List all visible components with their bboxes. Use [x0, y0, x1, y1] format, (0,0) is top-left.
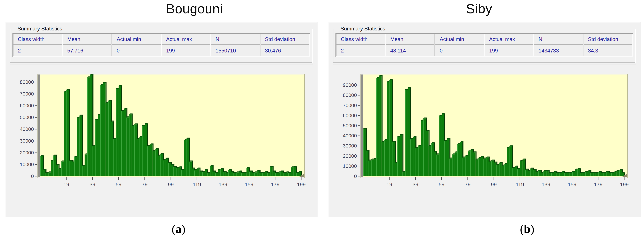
- x-tick-label: 79: [465, 182, 470, 188]
- summary-statistics-table: Class width Mean Actual min Actual max N…: [12, 33, 310, 57]
- histogram-bar: [400, 134, 404, 176]
- x-tick-label: 19: [64, 182, 69, 188]
- summary-statistics-groupbox: Summary Statistics Class width Mean Actu…: [10, 28, 312, 62]
- stats-value-class-width: 2: [336, 45, 385, 56]
- stats-value-n: 1550710: [211, 45, 260, 56]
- stats-header-n: N: [211, 34, 260, 44]
- panel-siby: Summary Statistics Class width Mean Actu…: [328, 22, 640, 217]
- histogram-area-siby: 0100002000030000400005000060000700008000…: [333, 66, 636, 189]
- summary-statistics-table: Class width Mean Actual min Actual max N…: [336, 33, 633, 57]
- stats-header-actual-min: Actual min: [435, 34, 484, 44]
- y-tick-label: 80000: [20, 79, 34, 85]
- stats-header-actual-max: Actual max: [485, 34, 534, 44]
- y-axis: 0100002000030000400005000060000700008000…: [20, 79, 37, 179]
- y-tick-label: 10000: [343, 163, 357, 169]
- chart-title-siby: Siby: [395, 0, 563, 17]
- x-tick-label: 179: [594, 182, 602, 188]
- y-tick-label: 0: [354, 173, 357, 179]
- histogram-siby: 0100002000030000400005000060000700008000…: [333, 66, 636, 189]
- summary-statistics-label: Summary Statistics: [16, 26, 64, 32]
- x-tick-label: 119: [193, 182, 201, 188]
- stats-value-actual-max: 199: [162, 45, 210, 56]
- x-tick-label: 159: [568, 182, 576, 188]
- stats-header-class-width: Class width: [13, 34, 62, 44]
- y-axis: 0100002000030000400005000060000700008000…: [343, 82, 360, 179]
- chart-title-bougouni: Bougouni: [110, 0, 279, 17]
- stats-value-n: 1434733: [534, 45, 583, 56]
- x-tick-label: 199: [297, 182, 306, 188]
- stats-value-actual-max: 199: [485, 45, 534, 56]
- y-tick-label: 60000: [20, 103, 34, 108]
- stats-header-std-deviation: Std deviation: [260, 34, 309, 44]
- x-tick-label: 39: [90, 182, 95, 188]
- x-axis: 1939597999119139159179199: [386, 177, 629, 188]
- stats-header-n: N: [534, 34, 583, 44]
- y-tick-label: 50000: [343, 123, 357, 128]
- y-tick-label: 20000: [343, 153, 357, 159]
- figure-caption-b: (b): [494, 222, 561, 236]
- horizontal-divider: [10, 65, 313, 65]
- summary-statistics-groupbox: Summary Statistics Class width Mean Actu…: [333, 28, 636, 62]
- stats-header-mean: Mean: [386, 34, 435, 44]
- figure-caption-a: (a): [145, 222, 212, 236]
- x-tick-label: 99: [168, 182, 174, 188]
- y-tick-label: 40000: [20, 126, 34, 132]
- y-tick-label: 30000: [20, 138, 34, 144]
- stats-value-mean: 48.114: [386, 45, 435, 56]
- x-tick-label: 119: [516, 182, 524, 188]
- x-tick-label: 99: [491, 182, 497, 188]
- panel-bougouni: Summary Statistics Class width Mean Actu…: [5, 22, 318, 217]
- stats-value-std-deviation: 30.476: [260, 45, 309, 56]
- x-tick-label: 79: [142, 182, 148, 188]
- y-tick-label: 40000: [343, 133, 357, 138]
- x-tick-label: 39: [412, 182, 418, 188]
- stats-header-actual-max: Actual max: [162, 34, 210, 44]
- x-tick-label: 199: [620, 182, 629, 188]
- x-tick-label: 59: [439, 182, 444, 188]
- stats-header-actual-min: Actual min: [112, 34, 161, 44]
- stats-value-std-deviation: 34.3: [584, 45, 632, 56]
- y-tick-label: 50000: [20, 115, 34, 120]
- plot-left-wall-edge: [363, 74, 363, 177]
- y-tick-label: 60000: [343, 113, 357, 118]
- x-tick-label: 139: [218, 182, 227, 188]
- x-tick-label: 59: [116, 182, 122, 188]
- plot-left-wall-edge: [40, 74, 40, 177]
- stats-header-class-width: Class width: [336, 34, 385, 44]
- y-tick-label: 70000: [343, 103, 357, 108]
- y-tick-label: 10000: [20, 162, 34, 167]
- x-tick-label: 179: [271, 182, 280, 188]
- y-tick-label: 90000: [343, 82, 357, 88]
- y-tick-label: 70000: [20, 91, 34, 96]
- stats-value-actual-min: 0: [112, 45, 161, 56]
- y-tick-label: 30000: [343, 143, 357, 149]
- stats-value-mean: 57.716: [63, 45, 112, 56]
- y-tick-label: 20000: [20, 150, 34, 155]
- stats-header-mean: Mean: [63, 34, 112, 44]
- x-tick-label: 159: [245, 182, 254, 188]
- stats-header-std-deviation: Std deviation: [584, 34, 632, 44]
- horizontal-divider: [333, 65, 636, 65]
- summary-statistics-label: Summary Statistics: [338, 26, 387, 32]
- x-axis: 1939597999119139159179199: [64, 177, 306, 188]
- y-tick-label: 80000: [343, 92, 357, 98]
- histogram-bougouni: 0100002000030000400005000060000700008000…: [10, 66, 313, 189]
- stats-value-actual-min: 0: [435, 45, 484, 56]
- stats-value-class-width: 2: [13, 45, 62, 56]
- histogram-area-bougouni: 0100002000030000400005000060000700008000…: [10, 66, 314, 189]
- x-tick-label: 139: [542, 182, 550, 188]
- y-tick-label: 0: [31, 173, 34, 179]
- x-tick-label: 19: [386, 182, 392, 188]
